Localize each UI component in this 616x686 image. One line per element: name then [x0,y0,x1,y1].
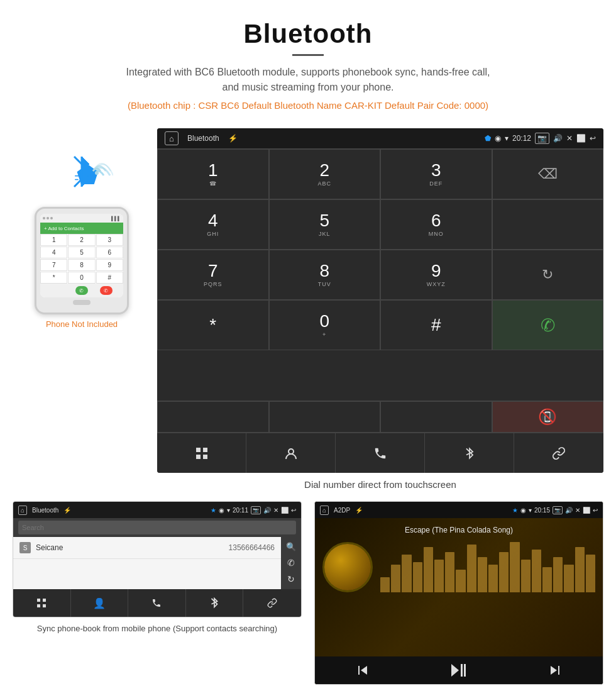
backspace-icon[interactable]: ⌫ [538,166,558,182]
dial-sub-6: MNO [429,231,444,237]
car-screen-container: ⌂ Bluetooth ⚡ ⬟ ◉ ▾ 20:12 📷 🔊 ✕ ⬜ ↩ [157,128,603,501]
screen-icon[interactable]: ⬜ [576,134,586,143]
dial-key-6[interactable]: 6 MNO [380,199,492,250]
phone-cancel-btn [51,286,63,295]
music-back-icon[interactable]: ↩ [593,507,598,514]
phone-key-0[interactable]: 0 [68,272,95,284]
dial-call-green[interactable]: ✆ [492,300,604,350]
dial-key-4[interactable]: 4 GHI [157,199,269,250]
vis-bar [499,552,509,592]
dial-sub-0: + [322,331,326,338]
toolbar-phone-btn[interactable] [336,433,425,473]
phone-key-hash[interactable]: # [96,272,123,284]
pb-contact-number: 13566664466 [229,543,275,552]
phone-key-star[interactable]: * [40,272,67,284]
pb-status-left: ⌂ Bluetooth ⚡ [18,506,71,515]
dial-sub-2: ABC [317,180,331,187]
dial-key-2[interactable]: 2 ABC [269,149,381,199]
dial-empty-2 [492,199,604,250]
dial-call-red[interactable]: 📵 [492,401,604,433]
phone-key-4[interactable]: 4 [40,246,67,258]
music-album-art [322,542,373,592]
vis-bar [456,570,465,592]
dial-key-hash[interactable]: # [380,300,492,350]
close-icon[interactable]: ✕ [566,134,573,143]
dial-key-star[interactable]: * [157,300,269,350]
dial-key-0[interactable]: 0 + [269,300,381,350]
phone-key-9[interactable]: 9 [96,259,123,271]
back-icon[interactable]: ↩ [590,134,596,143]
phone-screen: ▌▌▌ + Add to Contacts 1 2 3 4 5 6 7 8 9 [40,214,123,297]
svg-rect-23 [461,664,463,677]
pb-refresh-icon[interactable]: ↻ [287,574,295,584]
phone-key-5[interactable]: 5 [68,246,95,258]
dial-key-1[interactable]: 1 ☎ [157,149,269,199]
pb-close-icon[interactable]: ✕ [273,507,278,514]
dial-reload[interactable]: ↻ [492,250,604,300]
dial-key-5[interactable]: 5 JKL [269,199,381,250]
home-icon[interactable]: ⌂ [165,131,179,145]
location-icon: ◉ [495,134,501,143]
music-main-area: Escape (The Pina Colada Song) [315,518,603,656]
dial-main-star: * [209,316,216,334]
phone-end-btn[interactable]: ✆ [100,286,113,295]
toolbar-link-btn[interactable] [514,433,603,473]
pb-toolbar-grid[interactable] [13,589,71,617]
music-home-icon[interactable]: ⌂ [320,506,329,515]
music-prev-btn[interactable] [315,663,411,678]
music-play-pause-btn[interactable] [411,663,507,678]
pb-phone-side-icon[interactable]: ✆ [287,558,295,568]
car-dialpad-screen: ⌂ Bluetooth ⚡ ⬟ ◉ ▾ 20:12 📷 🔊 ✕ ⬜ ↩ [157,128,603,473]
phone-key-2[interactable]: 2 [68,234,95,246]
pb-toolbar-phone[interactable] [128,589,186,617]
phone-key-1[interactable]: 1 [40,234,67,246]
pb-person-icon: 👤 [93,597,106,609]
music-cam-icon[interactable]: 📷 [553,506,563,514]
vis-bar [521,560,531,592]
pb-toolbar-bluetooth[interactable] [186,589,244,617]
vis-bar [391,565,400,592]
music-status-bar: ⌂ A2DP ⚡ ★ ◉ ▾ 20:15 📷 🔊 ✕ ⬜ ↩ [315,502,603,518]
pb-vol-icon[interactable]: 🔊 [263,507,271,514]
music-next-btn[interactable] [507,663,603,678]
dial-key-9[interactable]: 9 WXYZ [380,250,492,300]
pb-back-icon[interactable]: ↩ [291,507,296,514]
toolbar-grid-btn[interactable] [157,433,246,473]
svg-rect-26 [558,666,559,675]
pb-search-input[interactable] [18,521,296,534]
dial-sub-3: DEF [429,180,443,187]
toolbar-contacts-btn[interactable] [246,433,336,473]
pb-main-area: S Seicane 13566664466 🔍 ✆ ↻ [13,537,301,589]
pb-home-icon[interactable]: ⌂ [18,506,27,515]
pb-toolbar-link[interactable] [243,589,301,617]
vis-bar [467,545,476,592]
pb-screen-icon[interactable]: ⬜ [281,507,289,514]
dial-key-8[interactable]: 8 TUV [269,250,381,300]
music-controls [315,656,603,684]
music-vol-icon[interactable]: 🔊 [565,507,573,514]
dial-sub-1: ☎ [209,180,217,187]
pb-cam-icon[interactable]: 📷 [251,506,261,514]
vis-bar [434,560,444,592]
volume-icon[interactable]: 🔊 [553,134,563,143]
phone-key-6[interactable]: 6 [96,246,123,258]
phone-top-bar: ▌▌▌ [40,214,123,223]
phone-key-3[interactable]: 3 [96,234,123,246]
phone-home-button[interactable] [73,300,91,305]
music-screen-icon[interactable]: ⬜ [583,507,590,514]
dial-main-hash: # [431,316,441,334]
pb-search-icon[interactable]: 🔍 [286,542,296,551]
music-close-icon[interactable]: ✕ [575,507,580,514]
call-end-icon: 📵 [538,408,557,426]
pb-contact-row[interactable]: S Seicane 13566664466 [13,537,281,559]
phone-call-btn[interactable]: ✆ [75,286,88,295]
camera-icon[interactable]: 📷 [535,133,549,144]
svg-rect-10 [196,455,201,459]
phone-key-7[interactable]: 7 [40,259,67,271]
pb-toolbar-contacts[interactable]: 👤 [71,589,129,617]
dial-key-3[interactable]: 3 DEF [380,149,492,199]
dial-key-7[interactable]: 7 PQRS [157,250,269,300]
toolbar-bluetooth-btn[interactable] [425,433,514,473]
pb-caption-text: Sync phone-book from mobile phone (Suppo… [37,624,277,633]
phone-key-8[interactable]: 8 [68,259,95,271]
